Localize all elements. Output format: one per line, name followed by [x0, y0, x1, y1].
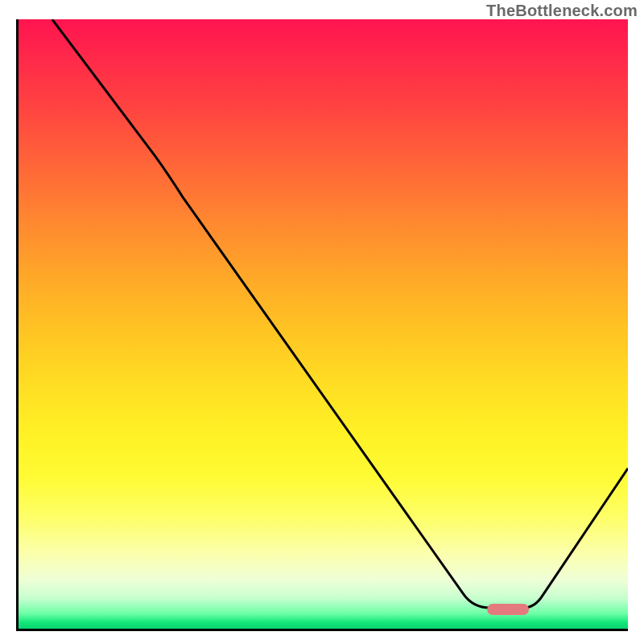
plot-area [16, 19, 628, 631]
curve-path [52, 19, 628, 608]
chart-container: TheBottleneck.com [0, 0, 644, 644]
optimal-marker [487, 604, 529, 615]
bottleneck-curve [19, 19, 628, 629]
watermark-text: TheBottleneck.com [486, 2, 638, 20]
